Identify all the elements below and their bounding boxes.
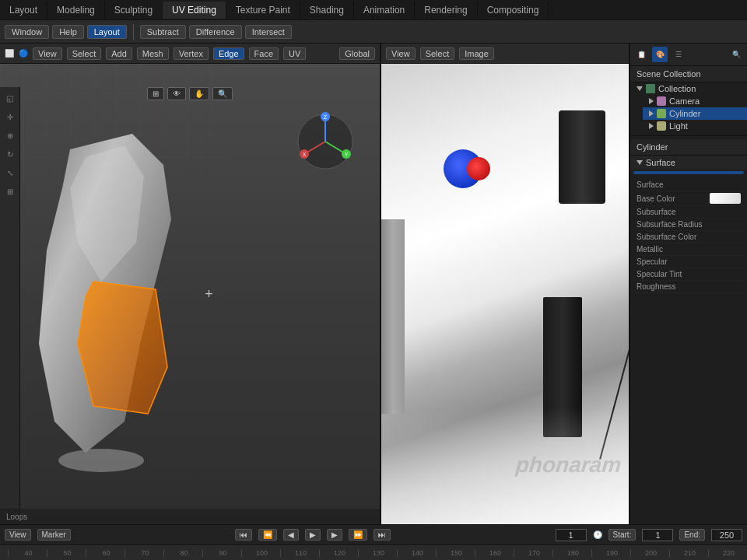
tab-rendering[interactable]: Rendering [415, 2, 477, 19]
collection-icon [646, 84, 655, 93]
ruler-140: 140 [397, 549, 436, 557]
ruler-170: 170 [514, 549, 552, 557]
subsurface-color-label: Subsurface Color [637, 233, 696, 241]
face-menu-3d[interactable]: Face [249, 47, 279, 60]
current-frame-display[interactable]: 1 [556, 529, 587, 541]
prop-subsurface[interactable]: Subsurface [633, 206, 744, 219]
crosshair: + [205, 286, 213, 303]
ruler-220: 220 [708, 549, 747, 557]
view-menu-3d[interactable]: View [33, 47, 62, 60]
select-menu-render[interactable]: Select [420, 47, 455, 60]
next-keyframe-btn[interactable]: ▶ [327, 529, 342, 541]
ruler-100: 100 [241, 549, 280, 557]
tab-modeling[interactable]: Modeling [47, 2, 105, 19]
viewport-render: View Select Image phonaram [381, 44, 630, 524]
viewport-icon-1[interactable]: ⬜ [5, 49, 14, 58]
ruler-marks: 40 50 60 70 80 90 100 110 120 130 140 15… [8, 549, 747, 557]
jump-end-btn[interactable]: ⏭ [374, 529, 391, 541]
subsurface-radius-label: Subsurface Radius [637, 220, 703, 229]
prop-specular[interactable]: Specular [633, 256, 744, 268]
base-color-swatch[interactable] [710, 193, 741, 204]
prev-keyframe-btn[interactable]: ◀ [283, 529, 299, 541]
header-bar: Window Help Layout Subtract Difference I… [0, 20, 747, 44]
difference-btn[interactable]: Difference [189, 25, 242, 39]
prop-base-color[interactable]: Base Color [633, 191, 744, 206]
prop-metallic[interactable]: Metallic [633, 243, 744, 256]
tab-compositing[interactable]: Compositing [478, 2, 549, 19]
prop-subsurface-color[interactable]: Subsurface Color [633, 231, 744, 243]
help-menu[interactable]: Help [52, 25, 84, 39]
prop-roughness[interactable]: Roughness [633, 281, 744, 293]
viewport-canvas-3d[interactable]: ◱ ✛ ⊕ ↻ ⤡ ⊞ [0, 64, 380, 524]
start-frame-display[interactable]: 1 [642, 529, 673, 541]
prop-subsurface-radius[interactable]: Subsurface Radius [633, 219, 744, 231]
render-canvas[interactable]: phonaram [381, 64, 629, 524]
image-menu-render[interactable]: Image [459, 47, 494, 60]
hand-tool[interactable]: ✋ [189, 87, 209, 100]
play-btn[interactable]: ▶ [305, 529, 321, 541]
ruler-90: 90 [202, 549, 241, 557]
workspace-tabs: Layout Modeling Sculpting UV Editing Tex… [0, 0, 747, 20]
prop-specular-tint[interactable]: Specular Tint [633, 268, 744, 281]
tab-uv-editing[interactable]: UV Editing [163, 2, 226, 19]
select-menu-3d[interactable]: Select [67, 47, 102, 60]
end-frame-display[interactable]: 250 [711, 529, 742, 541]
viewport-3d: ⬜ 🔵 View Select Add Mesh Vertex Edge Fac… [0, 44, 381, 524]
grid-toggle[interactable]: ⊞ [147, 87, 164, 100]
viewport-icon-2[interactable]: 🔵 [19, 49, 28, 58]
transform-tool-icon[interactable]: ⊞ [2, 184, 18, 199]
ruler-bar: 40 50 60 70 80 90 100 110 120 130 140 15… [0, 544, 747, 560]
move-tool-icon[interactable]: ⊕ [2, 128, 18, 143]
next-frame-btn[interactable]: ⏩ [349, 529, 367, 541]
collection-label: Collection [658, 84, 696, 93]
rotate-tool-icon[interactable]: ↻ [2, 146, 18, 162]
material-node-item[interactable] [633, 171, 744, 174]
zoom-tool[interactable]: 🔍 [212, 87, 233, 100]
vertex-menu-3d[interactable]: Vertex [174, 47, 209, 60]
select-tool-icon[interactable]: ◱ [2, 90, 18, 106]
window-menu[interactable]: Window [5, 25, 49, 39]
viewport-loops-label: Loops [6, 513, 27, 521]
tree-item-light[interactable]: Light [643, 120, 747, 132]
intersect-btn[interactable]: Intersect [245, 25, 292, 39]
view-menu-render[interactable]: View [386, 47, 416, 60]
tree-item-cylinder[interactable]: Cylinder [643, 107, 747, 120]
timeline-marker-menu[interactable]: Marker [37, 529, 71, 541]
cylinder-icon [657, 109, 666, 118]
tree-item-camera[interactable]: Camera [643, 95, 747, 107]
jump-start-btn[interactable]: ⏮ [235, 529, 252, 541]
add-menu-3d[interactable]: Add [106, 47, 132, 60]
filter-icon[interactable]: ☰ [671, 47, 686, 62]
prev-frame-btn[interactable]: ⏪ [258, 529, 277, 541]
layout-tab-btn[interactable]: Layout [87, 25, 127, 39]
header-divider [133, 24, 134, 40]
edge-menu-3d[interactable]: Edge [213, 47, 244, 60]
start-label: Start: [608, 529, 637, 541]
tab-texture-paint[interactable]: Texture Paint [226, 2, 300, 19]
transform-select[interactable]: Global [339, 47, 375, 60]
mesh-menu-3d[interactable]: Mesh [137, 47, 169, 60]
prop-surface: Surface [633, 179, 744, 191]
search-props-icon[interactable]: 🔍 [728, 47, 744, 62]
svg-point-3 [58, 449, 144, 472]
tab-sculpting[interactable]: Sculpting [105, 2, 163, 19]
scale-tool-icon[interactable]: ⤡ [2, 165, 18, 180]
ruler-80: 80 [163, 549, 202, 557]
material-icon[interactable]: 🎨 [652, 47, 668, 62]
tab-shading[interactable]: Shading [300, 2, 354, 19]
uv-menu-3d[interactable]: UV [283, 47, 306, 60]
left-toolbar-3d: ◱ ✛ ⊕ ↻ ⤡ ⊞ [0, 87, 20, 524]
timeline-view-menu[interactable]: View [5, 529, 31, 541]
expand-icon [637, 86, 643, 91]
ruler-130: 130 [358, 549, 397, 557]
cursor-tool-icon[interactable]: ✛ [2, 109, 18, 124]
tree-children: Camera Cylinder Light [630, 95, 747, 132]
render-red-circle [467, 157, 490, 180]
surface-section-header[interactable]: Surface [630, 156, 747, 170]
tab-animation[interactable]: Animation [354, 2, 415, 19]
tree-item-collection[interactable]: Collection [630, 82, 747, 95]
outliner-icon[interactable]: 📋 [633, 47, 649, 62]
render-preview[interactable]: 👁 [167, 87, 186, 100]
subtract-btn[interactable]: Subtract [140, 25, 186, 39]
tab-layout[interactable]: Layout [0, 2, 47, 19]
